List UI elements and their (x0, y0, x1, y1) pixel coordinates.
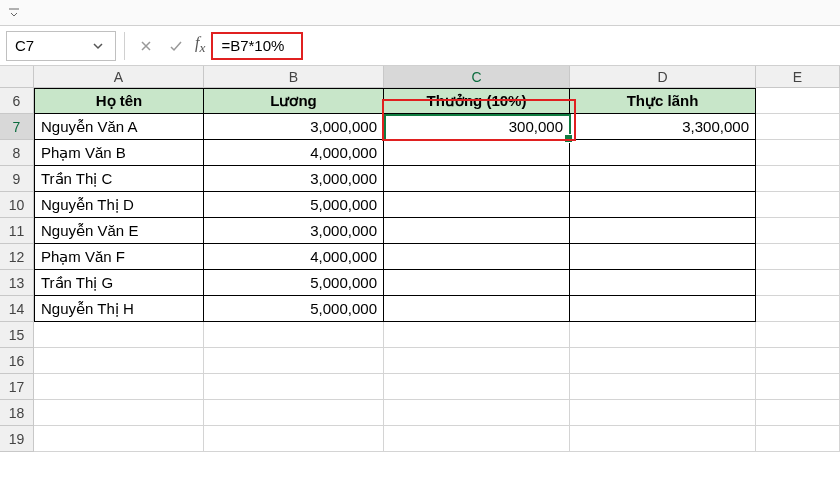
cell[interactable] (570, 166, 756, 192)
cell[interactable]: 5,000,000 (204, 192, 384, 218)
cell[interactable] (384, 270, 570, 296)
cell[interactable] (570, 140, 756, 166)
name-box[interactable]: C7 (6, 31, 116, 61)
spreadsheet-grid[interactable]: 678910111213141516171819 ABCDE Họ tênLươ… (0, 66, 840, 452)
row-header-6[interactable]: 6 (0, 88, 34, 114)
cell[interactable] (570, 348, 756, 374)
cell[interactable] (34, 400, 204, 426)
row-header-10[interactable]: 10 (0, 192, 34, 218)
row-header-12[interactable]: 12 (0, 244, 34, 270)
cell[interactable] (384, 400, 570, 426)
cell[interactable] (384, 192, 570, 218)
cell[interactable] (204, 426, 384, 452)
cell[interactable] (570, 218, 756, 244)
cell[interactable] (384, 244, 570, 270)
cell[interactable]: 4,000,000 (204, 140, 384, 166)
cell[interactable] (204, 348, 384, 374)
select-all-corner[interactable] (0, 66, 34, 88)
table-header-cell[interactable]: Họ tên (34, 88, 204, 114)
row-header-16[interactable]: 16 (0, 348, 34, 374)
cell[interactable] (384, 426, 570, 452)
cell[interactable] (756, 244, 840, 270)
enter-formula-icon[interactable] (163, 33, 189, 59)
cell[interactable]: Nguyễn Thị D (34, 192, 204, 218)
cell[interactable]: 3,000,000 (204, 166, 384, 192)
cell[interactable] (34, 322, 204, 348)
cell[interactable]: Nguyễn Văn E (34, 218, 204, 244)
cell[interactable] (570, 322, 756, 348)
cell[interactable] (384, 296, 570, 322)
customize-quick-access-icon[interactable] (8, 7, 20, 19)
cell[interactable] (204, 374, 384, 400)
cell[interactable] (384, 374, 570, 400)
cell[interactable] (570, 296, 756, 322)
formula-input[interactable]: =B7*10% (211, 32, 303, 60)
table-header-cell[interactable]: Thực lãnh (570, 88, 756, 114)
cell[interactable]: Trần Thị C (34, 166, 204, 192)
cell[interactable]: 4,000,000 (204, 244, 384, 270)
cell[interactable] (34, 348, 204, 374)
cell[interactable]: 3,000,000 (204, 114, 384, 140)
column-header-C[interactable]: C (384, 66, 570, 88)
name-box-dropdown-icon[interactable] (89, 41, 107, 51)
cell[interactable]: Trần Thị G (34, 270, 204, 296)
row-header-13[interactable]: 13 (0, 270, 34, 296)
cell[interactable] (570, 374, 756, 400)
cell[interactable] (756, 426, 840, 452)
cell[interactable] (570, 244, 756, 270)
cancel-formula-icon[interactable] (133, 33, 159, 59)
cell[interactable] (756, 348, 840, 374)
row-header-8[interactable]: 8 (0, 140, 34, 166)
cell[interactable] (34, 374, 204, 400)
cell[interactable] (756, 218, 840, 244)
row-header-7[interactable]: 7 (0, 114, 34, 140)
column-header-E[interactable]: E (756, 66, 840, 88)
cell[interactable] (756, 88, 840, 114)
cell[interactable] (384, 218, 570, 244)
row-header-14[interactable]: 14 (0, 296, 34, 322)
cell[interactable] (34, 426, 204, 452)
cell[interactable] (756, 140, 840, 166)
cell[interactable] (756, 114, 840, 140)
row-header-17[interactable]: 17 (0, 374, 34, 400)
cell[interactable]: Phạm Văn F (34, 244, 204, 270)
cell[interactable] (384, 140, 570, 166)
cell[interactable] (756, 166, 840, 192)
row-header-19[interactable]: 19 (0, 426, 34, 452)
row-header-9[interactable]: 9 (0, 166, 34, 192)
cell[interactable] (570, 426, 756, 452)
fx-icon[interactable]: fx (193, 34, 207, 56)
cell[interactable]: 5,000,000 (204, 270, 384, 296)
cell[interactable] (384, 166, 570, 192)
cell[interactable]: 3,300,000 (570, 114, 756, 140)
cell[interactable]: Nguyễn Thị H (34, 296, 204, 322)
column-header-D[interactable]: D (570, 66, 756, 88)
cell[interactable]: Phạm Văn B (34, 140, 204, 166)
cell[interactable]: 300,000 (384, 114, 570, 140)
column-header-A[interactable]: A (34, 66, 204, 88)
row-header-11[interactable]: 11 (0, 218, 34, 244)
table-header-cell[interactable]: Lương (204, 88, 384, 114)
column-header-B[interactable]: B (204, 66, 384, 88)
cell[interactable] (756, 192, 840, 218)
cell[interactable]: 5,000,000 (204, 296, 384, 322)
table-row: Trần Thị C3,000,000 (34, 166, 840, 192)
cell[interactable] (204, 322, 384, 348)
cell[interactable] (756, 296, 840, 322)
cell[interactable] (756, 322, 840, 348)
formula-text: =B7*10% (221, 37, 284, 54)
cell[interactable] (756, 374, 840, 400)
cell[interactable] (756, 400, 840, 426)
row-header-15[interactable]: 15 (0, 322, 34, 348)
table-header-cell[interactable]: Thưởng (10%) (384, 88, 570, 114)
cell[interactable] (756, 270, 840, 296)
cell[interactable] (384, 348, 570, 374)
cell[interactable] (570, 192, 756, 218)
cell[interactable]: Nguyễn Văn A (34, 114, 204, 140)
row-header-18[interactable]: 18 (0, 400, 34, 426)
cell[interactable] (384, 322, 570, 348)
cell[interactable] (204, 400, 384, 426)
cell[interactable]: 3,000,000 (204, 218, 384, 244)
cell[interactable] (570, 270, 756, 296)
cell[interactable] (570, 400, 756, 426)
